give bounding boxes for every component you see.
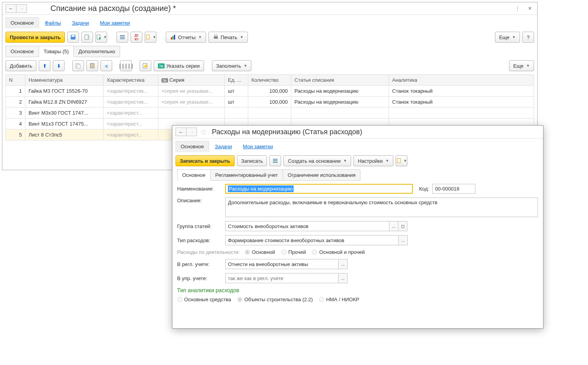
- copy-button[interactable]: [72, 60, 84, 71]
- list-icon: [119, 34, 125, 40]
- tab-basic[interactable]: Основное: [5, 46, 39, 57]
- modal-tab-notes[interactable]: Мои заметки: [238, 141, 278, 152]
- more-button[interactable]: Еще▼: [495, 32, 520, 43]
- attach-icon: [145, 34, 150, 40]
- series-button[interactable]: №Указать серии: [154, 60, 204, 71]
- print-button[interactable]: Печать▼: [208, 32, 248, 43]
- svg-rect-1: [72, 35, 75, 37]
- col-unit[interactable]: Ед. ...: [225, 75, 248, 86]
- post-and-close-button[interactable]: Провести и закрыть: [5, 32, 65, 43]
- print-icon: [213, 34, 219, 40]
- col-nom[interactable]: Номенклатура: [25, 75, 104, 86]
- chart-icon: [170, 34, 176, 40]
- tab-tasks[interactable]: Задачи: [67, 17, 94, 29]
- move-down-button[interactable]: ⬇: [53, 60, 65, 71]
- forward-button[interactable]: →: [16, 4, 27, 13]
- col-series[interactable]: № Серия: [158, 75, 225, 86]
- svg-rect-15: [77, 65, 80, 68]
- col-char[interactable]: Характеристика: [104, 75, 158, 86]
- more-goods-button[interactable]: Еще▼: [509, 60, 534, 71]
- svg-rect-10: [172, 36, 174, 40]
- title-bar: ← → Списание на расходы (создание) * ⋮ ✕: [2, 2, 537, 15]
- article-modal: ← → ☆ Расходы на модернизацию (Статья ра…: [172, 125, 543, 172]
- modal-toolbar: Записать и закрыть Записать Создать на о…: [172, 152, 543, 169]
- svg-rect-18: [273, 159, 278, 160]
- favorite-star-icon[interactable]: ☆: [200, 127, 207, 137]
- dtdt-button[interactable]: ДтКт: [131, 32, 142, 43]
- svg-rect-13: [215, 35, 217, 36]
- list-icon: [272, 158, 278, 164]
- window-title: Списание на расходы (создание) *: [50, 4, 513, 13]
- table-row[interactable]: 2Гайка М12.8 ZN DIN6927<характеристик...…: [6, 97, 534, 108]
- main-toolbar: Провести и закрыть ▼ ДтКт ▼ Отчеты▼ Печа…: [2, 29, 537, 46]
- svg-rect-2: [85, 35, 89, 40]
- modal-ctab-limit[interactable]: Ограничение использования: [283, 169, 361, 172]
- edit-icon: [142, 63, 149, 69]
- attach-button[interactable]: ▼: [145, 32, 156, 43]
- svg-rect-12: [214, 36, 218, 39]
- paste-icon: [89, 63, 95, 69]
- svg-rect-8: [146, 35, 149, 39]
- save-modal-button[interactable]: Записать: [237, 155, 267, 166]
- svg-rect-5: [120, 35, 125, 36]
- help-button[interactable]: ?: [522, 32, 534, 43]
- share-button[interactable]: ⪡: [100, 60, 112, 71]
- svg-rect-6: [120, 37, 125, 38]
- modal-back-button[interactable]: ←: [176, 128, 186, 136]
- col-article[interactable]: Статья списания: [291, 75, 389, 86]
- copy-icon: [75, 63, 81, 69]
- section-tabs: Основное Файлы Задачи Мои заметки: [2, 15, 537, 29]
- tab-main[interactable]: Основное: [5, 17, 39, 29]
- table-row[interactable]: 3Винт М3х30 ГОСТ 1747...<характерист...: [6, 108, 534, 119]
- modal-forward-button[interactable]: →: [186, 128, 197, 136]
- content-tabs: Основное Товары (5) Дополнительно: [2, 46, 537, 57]
- table-row[interactable]: 1Гайка М3 ГОСТ 15526-70<характеристик...…: [6, 86, 534, 97]
- col-n[interactable]: N: [6, 75, 25, 86]
- settings-modal-button[interactable]: Настройки▼: [353, 155, 393, 166]
- modal-tab-main[interactable]: Основное: [176, 141, 209, 152]
- post-icon: [84, 34, 90, 40]
- edit-list-button[interactable]: [140, 60, 151, 71]
- modal-ctab-main[interactable]: Основное: [177, 169, 211, 172]
- svg-rect-11: [174, 35, 175, 40]
- barcode-button[interactable]: |||||: [120, 60, 132, 71]
- save-button[interactable]: [67, 32, 79, 43]
- goods-toolbar: Добавить ⬆ ⬇ ⪡ ||||| №Указать серии Запо…: [2, 57, 537, 74]
- save-and-close-button[interactable]: Записать и закрыть: [176, 155, 235, 166]
- attach-modal-button[interactable]: ▼: [396, 155, 407, 166]
- svg-rect-20: [273, 162, 278, 163]
- list-modal-button[interactable]: [269, 155, 281, 166]
- svg-rect-7: [120, 38, 125, 39]
- fill-button[interactable]: Заполнить▼: [212, 60, 252, 71]
- close-icon[interactable]: ✕: [525, 4, 534, 13]
- svg-rect-9: [171, 37, 172, 40]
- save-icon: [70, 34, 76, 40]
- modal-tab-tasks[interactable]: Задачи: [210, 141, 237, 152]
- tab-goods[interactable]: Товары (5): [39, 46, 74, 57]
- svg-rect-19: [273, 160, 278, 161]
- modal-content-tabs: Основное Регламентированный учет Огранич…: [172, 169, 543, 172]
- svg-rect-16: [90, 63, 94, 68]
- create-based-button[interactable]: ▼: [95, 32, 107, 43]
- col-analytics[interactable]: Аналитика: [389, 75, 534, 86]
- post-button[interactable]: [81, 32, 93, 43]
- add-button[interactable]: Добавить: [5, 60, 36, 71]
- reports-button[interactable]: Отчеты▼: [166, 32, 206, 43]
- col-qty[interactable]: Количество: [248, 75, 291, 86]
- create-based-modal-button[interactable]: Создать на основании▼: [283, 155, 351, 166]
- modal-title: Расходы на модернизацию (Статья расходов…: [212, 128, 540, 136]
- tab-additional[interactable]: Дополнительно: [74, 46, 120, 57]
- paste-button[interactable]: [86, 60, 98, 71]
- move-up-button[interactable]: ⬆: [39, 60, 50, 71]
- menu-icon[interactable]: ⋮: [513, 4, 522, 13]
- back-button[interactable]: ←: [5, 4, 16, 13]
- modal-ctab-regl[interactable]: Регламентированный учет: [210, 169, 283, 172]
- modal-section-tabs: Основное Задачи Мои заметки: [172, 138, 543, 152]
- attach-icon: [396, 158, 401, 164]
- modal-title-bar: ← → ☆ Расходы на модернизацию (Статья ра…: [172, 126, 543, 138]
- svg-rect-21: [397, 158, 400, 163]
- tab-notes[interactable]: Мои заметки: [95, 17, 135, 29]
- list-button[interactable]: [117, 32, 128, 43]
- document-icon: [96, 34, 100, 40]
- tab-files[interactable]: Файлы: [40, 17, 66, 29]
